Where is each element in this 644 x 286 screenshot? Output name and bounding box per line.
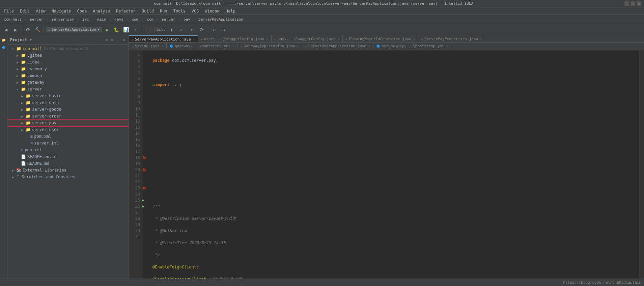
tree-item-readme[interactable]: 📄 README.md xyxy=(7,160,129,167)
tree-item-gateway[interactable]: ▶ 📁 gateway xyxy=(7,79,129,86)
run-config[interactable]: ☕ ServerPayApplication ▾ xyxy=(46,27,102,32)
collapse-icon[interactable]: ≡ xyxy=(110,37,114,43)
tree-label-root: ccm-mall xyxy=(23,46,42,51)
tab-gateway-app[interactable]: ☕ GatewayApplication.java ✕ xyxy=(238,43,302,50)
tb-sep-3 xyxy=(142,26,142,33)
structure-tab-icon[interactable]: 🔷 xyxy=(0,44,7,51)
redo-button[interactable]: ↪ xyxy=(220,26,228,34)
profile-button[interactable]: ⚡ xyxy=(132,26,140,34)
nav-item-server[interactable]: server xyxy=(28,17,45,22)
tab-gateway-bootstrap[interactable]: 🔷 gateway\...\bootstrap.yml ✕ xyxy=(167,43,238,50)
tree-item-gitee[interactable]: ▶ 📁 .gitee xyxy=(7,52,129,59)
tab-close-3[interactable]: ✕ xyxy=(338,37,340,41)
tree-item-ext-libs[interactable]: ▶ 📚 External Libraries xyxy=(7,167,129,174)
menu-item-refactor[interactable]: Refactor xyxy=(113,8,138,14)
tree-item-server-goods[interactable]: ▶ 📁 server-goods xyxy=(7,106,129,113)
tab-flowing-water[interactable]: ☕ FlowingWaterIdGenerator.java ✕ xyxy=(343,35,419,43)
tree-item-server[interactable]: ▾ 📁 server xyxy=(7,86,129,93)
menu-item-navigate[interactable]: Navigate xyxy=(49,8,74,14)
code-line-17: */ xyxy=(152,252,637,258)
git-commit-button[interactable]: ✓ xyxy=(177,26,186,34)
tree-item-server-iml[interactable]: ≋ server.iml xyxy=(7,140,129,147)
tree-item-scratches[interactable]: ▶ 🗒 Scratches and Consoles xyxy=(7,174,129,180)
nav-item-server[interactable]: server xyxy=(160,17,177,22)
tab-user-swagger[interactable]: ☕ user\...\SwaggerConfig.java ✕ xyxy=(198,35,272,43)
tab-server-pay-bootstrap[interactable]: 🔷 server-pay\...\bootstrap.yml ✕ xyxy=(373,43,451,50)
tab-close-7[interactable]: ✕ xyxy=(233,44,235,48)
menu-item-window[interactable]: Window xyxy=(202,8,222,14)
tree-item-server-user[interactable]: ▶ 📁 server-user xyxy=(7,126,129,133)
gutter-run-25[interactable]: ▶ xyxy=(142,197,150,203)
tab-server-pay-props[interactable]: ☕ ServerPayProperties.java ✕ xyxy=(418,35,485,43)
build-button[interactable]: 🔨 xyxy=(33,26,41,34)
nav-item-pay[interactable]: pay xyxy=(182,17,192,22)
tree-item-root[interactable]: ▾ 📁 ccm-mall D:\IdeaWork\ccm-mall xyxy=(7,45,129,52)
tree-item-pom-server[interactable]: m pom.xml xyxy=(7,133,129,140)
sync-button[interactable]: ⟳ xyxy=(24,26,32,34)
nav-item-server-pay[interactable]: server-pay xyxy=(50,17,76,22)
code-content[interactable]: package com.ccm.server.pay; ⊟ import ...… xyxy=(150,50,639,279)
menu-item-vcs[interactable]: VCS xyxy=(189,8,202,14)
back-button[interactable]: ◀ xyxy=(2,26,10,34)
nav-item-serverpayapplication[interactable]: ServerPayApplication xyxy=(197,17,245,22)
menu-item-help[interactable]: Help xyxy=(223,8,238,14)
forward-button[interactable]: ▶ xyxy=(11,26,20,34)
coverage-button[interactable]: 📊 xyxy=(122,26,130,34)
tab-string[interactable]: ☕ String.java ✕ xyxy=(129,43,167,50)
debug-button[interactable]: 🐛 xyxy=(113,26,121,34)
tab-close-6[interactable]: ✕ xyxy=(162,44,164,48)
stop-button[interactable]: ⬛ xyxy=(144,26,152,34)
tree-item-assembly[interactable]: ▶ 📁 assembly xyxy=(7,66,129,72)
nav-item-com[interactable]: com xyxy=(130,17,140,22)
tab-server-pay-app[interactable]: ☕ ServerPayApplication.java ✕ xyxy=(129,35,198,43)
tab-close-10[interactable]: ✕ xyxy=(446,44,448,48)
tree-item-readme-en[interactable]: 📄 README.en.md xyxy=(7,153,129,160)
tree-label-assembly: assembly xyxy=(27,67,47,71)
gutter-run-26[interactable]: ▶ xyxy=(142,203,150,209)
git-push-button[interactable]: ↑ xyxy=(188,26,196,34)
tab-close-5[interactable]: ✕ xyxy=(480,37,482,41)
tab-close-2[interactable]: ✕ xyxy=(266,37,268,41)
tree-item-pom-root[interactable]: m pom.xml xyxy=(7,147,129,153)
undo-button[interactable]: ↩ xyxy=(210,26,218,34)
tab-close-4[interactable]: ✕ xyxy=(413,37,415,41)
tree-label-server-iml: server.iml xyxy=(34,141,58,146)
tab-close-1[interactable]: ✕ xyxy=(193,37,195,41)
minimize-button[interactable]: – xyxy=(624,1,629,6)
tree-item-server-order[interactable]: ▶ 📁 server-order xyxy=(7,113,129,120)
tree-item-common[interactable]: ▶ 📁 common xyxy=(7,72,129,79)
gear-icon[interactable]: ⚙ xyxy=(105,37,109,43)
menu-item-run[interactable]: Run xyxy=(157,8,170,14)
menu-item-edit[interactable]: Edit xyxy=(17,8,32,14)
nav-item-ccm-mall[interactable]: ccm-mall xyxy=(2,17,23,22)
project-tab-icon[interactable]: 📁 xyxy=(0,36,7,43)
tree-label-scratches: Scratches and Consoles xyxy=(22,175,75,179)
tab-label-8: GatewayApplication.java xyxy=(244,44,295,48)
tab-close-8[interactable]: ✕ xyxy=(297,44,299,48)
nav-item-java[interactable]: java xyxy=(113,17,125,22)
nav-item-main[interactable]: main xyxy=(95,17,108,22)
menu-item-file[interactable]: File xyxy=(1,8,17,14)
menu-item-view[interactable]: View xyxy=(33,8,48,14)
tab-server-user-app[interactable]: ☕ ServerUserApplication.java ✕ xyxy=(302,43,373,50)
tree-item-server-pay[interactable]: ▶ 📁 server-pay xyxy=(7,120,129,126)
settings-icon[interactable]: ⋮ xyxy=(115,37,121,43)
close-button[interactable]: ✕ xyxy=(637,1,641,6)
code-line-1: package com.ccm.server.pay; xyxy=(152,57,637,63)
maximize-button[interactable]: □ xyxy=(631,1,635,6)
close-panel-icon[interactable]: ✕ xyxy=(122,37,126,43)
tab-pay-swagger[interactable]: ☕ pay\...\SwaggerConfig.java ✕ xyxy=(272,35,343,43)
tab-close-9[interactable]: ✕ xyxy=(368,44,370,48)
tree-item-server-basic[interactable]: ▶ 📁 server-basic xyxy=(7,93,129,99)
menu-item-build[interactable]: Build xyxy=(139,8,157,14)
nav-item-ccm[interactable]: ccm xyxy=(145,17,155,22)
tree-item-idea[interactable]: ▶ 📁 .idea xyxy=(7,59,129,66)
menu-item-analyze[interactable]: Analyze xyxy=(90,8,113,14)
git-history-button[interactable]: ⟳ xyxy=(198,26,206,34)
tree-item-server-data[interactable]: ▶ 📁 server-data xyxy=(7,99,129,106)
nav-item-src[interactable]: src xyxy=(81,17,91,22)
menu-item-code[interactable]: Code xyxy=(75,8,90,14)
git-update-button[interactable]: ↓ xyxy=(167,26,175,34)
run-button[interactable]: ▶ xyxy=(103,26,111,34)
menu-item-tools[interactable]: Tools xyxy=(171,8,188,14)
